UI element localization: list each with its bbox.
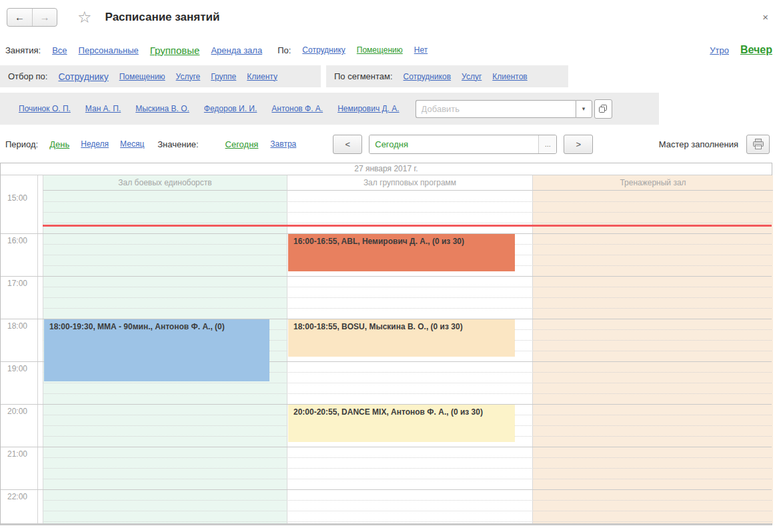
by-employee[interactable]: Сотруднику [302, 45, 345, 55]
column-header: Тренажерный зал [532, 175, 773, 191]
quarter-gridline [43, 521, 772, 522]
hour-gridline [1, 447, 772, 447]
period-week[interactable]: Неделя [81, 139, 109, 149]
calendar-date-title: 27 января 2017 г. [1, 163, 772, 175]
select-by-room[interactable]: Помещению [119, 72, 165, 81]
event-block[interactable]: 16:00-16:55, ABL, Немирович Д. А., (0 из… [288, 234, 515, 271]
select-by-employee[interactable]: Сотруднику [58, 71, 108, 82]
value-label: Значение: [157, 139, 198, 149]
period-label: Период: [5, 139, 38, 149]
favorite-star-icon[interactable]: ☆ [77, 9, 92, 25]
quarter-gridline [43, 511, 772, 511]
time-label: 17:00 [7, 279, 27, 288]
segments-bar: По сегментам: Сотрудников Услуг Клиентов [326, 65, 568, 87]
date-picker-button[interactable]: ... [538, 135, 556, 153]
quarter-gridline [43, 223, 772, 223]
history-nav: ← → [7, 8, 57, 27]
back-button[interactable]: ← [7, 9, 32, 26]
time-label: 15:00 [7, 193, 27, 203]
hour-gridline [1, 276, 772, 277]
title-bar: ← → ☆ Расписание занятий × [0, 0, 779, 31]
filter-rent[interactable]: Аренда зала [211, 45, 262, 55]
quarter-gridline [43, 468, 772, 469]
date-field-group: ... [369, 135, 557, 154]
segment-clients[interactable]: Клиентов [492, 72, 527, 81]
page-title: Расписание занятий [105, 11, 220, 24]
by-none[interactable]: Нет [414, 45, 428, 55]
open-select-icon[interactable] [594, 99, 612, 119]
column-body[interactable] [532, 191, 773, 523]
time-label: 21:00 [7, 449, 27, 459]
by-label: По: [277, 45, 291, 55]
forward-button[interactable]: → [32, 9, 57, 26]
printer-icon [752, 139, 764, 149]
print-button[interactable] [746, 135, 770, 154]
select-by-client[interactable]: Клиенту [247, 72, 277, 81]
segments-label: По сегментам: [334, 71, 393, 81]
quarter-gridline [43, 457, 772, 458]
lessons-label: Занятия: [5, 45, 41, 55]
quarter-gridline [43, 212, 772, 213]
quarter-gridline [43, 297, 772, 298]
filter-personal[interactable]: Персональные [79, 45, 139, 55]
time-label: 18:00 [7, 321, 27, 331]
time-label: 19:00 [7, 364, 27, 373]
filter-group[interactable]: Групповые [150, 45, 200, 56]
time-label: 20:00 [7, 407, 27, 416]
quarter-gridline [43, 383, 772, 383]
period-row: Период: День Неделя Месяц Значение: Сего… [0, 134, 779, 154]
segment-services[interactable]: Услуг [462, 72, 482, 81]
fill-wizard-button[interactable]: Мастер заполнения [659, 139, 738, 149]
event-block[interactable]: 20:00-20:55, DANCE MIX, Антонов Ф. А., (… [288, 405, 515, 442]
evening-link[interactable]: Вечер [740, 44, 772, 56]
chevron-down-icon[interactable]: ▾ [576, 100, 592, 118]
current-time-line [43, 225, 772, 227]
selection-row: Отбор по: Сотруднику Помещению Услуге Гр… [0, 65, 779, 87]
employees-bar: Починок О. П. Ман А. П. Мыскина В. О. Фе… [0, 93, 659, 125]
next-day-button[interactable]: > [564, 135, 593, 154]
employee-link[interactable]: Антонов Ф. А. [271, 104, 323, 113]
time-label: 16:00 [7, 236, 27, 245]
period-month[interactable]: Месяц [120, 139, 144, 149]
add-employee-input[interactable] [416, 100, 576, 118]
quarter-gridline [43, 308, 772, 309]
lesson-filter-row: Занятия: Все Персональные Групповые Арен… [0, 41, 779, 59]
quarter-gridline [43, 287, 772, 287]
value-tomorrow[interactable]: Завтра [270, 139, 296, 149]
employee-link[interactable]: Немирович Д. А. [337, 104, 399, 113]
quarter-gridline [43, 201, 772, 202]
column-header: Зал групповых программ [287, 175, 532, 191]
morning-link[interactable]: Утро [710, 45, 729, 55]
schedule-calendar: 27 января 2017 г.Зал боевых единоборствЗ… [0, 163, 772, 525]
quarter-gridline [43, 393, 772, 394]
prev-day-button[interactable]: < [333, 135, 362, 154]
hour-gridline [1, 489, 772, 490]
event-block[interactable]: 18:00-19:30, ММА - 90мин., Антонов Ф. А.… [44, 319, 269, 381]
period-day[interactable]: День [49, 139, 69, 149]
selection-label: Отбор по: [8, 71, 47, 81]
filter-all[interactable]: Все [52, 45, 67, 55]
value-today[interactable]: Сегодня [225, 139, 259, 149]
employee-link[interactable]: Починок О. П. [19, 104, 71, 113]
select-by-group[interactable]: Группе [211, 72, 236, 81]
column-header: Зал боевых единоборств [43, 175, 287, 191]
employee-link[interactable]: Мыскина В. О. [135, 104, 189, 113]
by-room[interactable]: Помещению [357, 45, 403, 55]
select-by-service[interactable]: Услуге [176, 72, 201, 81]
employee-link[interactable]: Федоров И. И. [204, 104, 257, 113]
quarter-gridline [43, 479, 772, 479]
event-block[interactable]: 18:00-18:55, BOSU, Мыскина В. О., (0 из … [288, 319, 515, 357]
employee-link[interactable]: Ман А. П. [85, 104, 121, 113]
selection-bar: Отбор по: Сотруднику Помещению Услуге Гр… [0, 65, 321, 87]
add-employee-group: ▾ [416, 99, 612, 119]
time-label: 22:00 [7, 492, 27, 501]
quarter-gridline [43, 500, 772, 501]
time-gutter [1, 175, 38, 523]
close-icon[interactable]: × [762, 11, 768, 23]
segment-employees[interactable]: Сотрудников [404, 72, 451, 81]
date-input[interactable] [369, 135, 538, 153]
